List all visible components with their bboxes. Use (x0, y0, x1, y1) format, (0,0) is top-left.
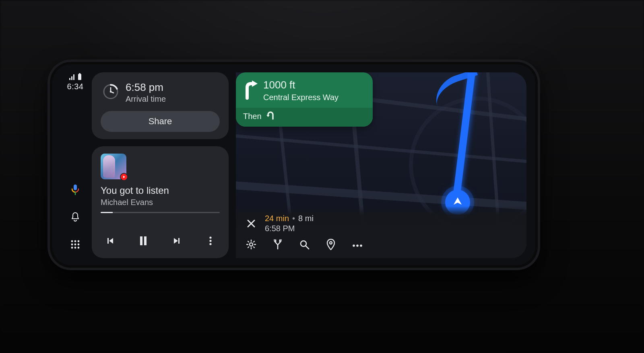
system-rail: 6:34 (61, 72, 89, 258)
trip-distance: 8 mi (298, 214, 314, 223)
svg-rect-18 (144, 236, 147, 245)
clock-progress-icon (102, 83, 119, 102)
svg-point-9 (78, 244, 80, 246)
svg-point-23 (301, 241, 306, 246)
svg-point-8 (74, 244, 76, 246)
svg-point-14 (110, 91, 111, 92)
share-button-label: Share (149, 116, 172, 127)
eta-card: 6:58 pm Arrival time Share (92, 72, 229, 139)
svg-point-25 (330, 242, 332, 244)
share-eta-button[interactable]: Share (101, 111, 220, 132)
map-action-row (242, 234, 521, 256)
turn-right-icon (242, 79, 259, 102)
svg-rect-1 (79, 73, 80, 74)
play-pause-button[interactable] (134, 232, 153, 251)
eta-time: 6:58 pm (126, 81, 166, 94)
turn-distance: 1000 ft (263, 79, 339, 91)
battery-icon (78, 73, 82, 80)
svg-point-13 (104, 85, 118, 99)
turn-instruction-card[interactable]: 1000 ft Central Express Way Then (236, 72, 373, 127)
turn-road-name: Central Express Way (263, 93, 339, 102)
notifications-button[interactable] (66, 208, 84, 226)
track-title: You got to listen (101, 185, 220, 196)
next-maneuver-row: Then (236, 108, 373, 127)
signal-icon (69, 74, 76, 80)
trip-separator: • (292, 214, 295, 223)
media-card: You got to listen Michael Evans (92, 146, 229, 258)
search-icon (299, 239, 310, 251)
map-overflow-button[interactable] (349, 237, 365, 253)
svg-point-10 (71, 247, 73, 249)
gear-icon (246, 239, 256, 251)
more-horiz-icon (352, 242, 363, 249)
svg-point-4 (71, 240, 73, 242)
bell-icon (70, 212, 80, 222)
svg-rect-17 (140, 236, 142, 245)
svg-rect-2 (74, 185, 77, 190)
trip-arrival-time: 6:58 PM (265, 224, 314, 233)
close-icon (247, 219, 256, 230)
grid-icon (71, 240, 80, 249)
svg-point-28 (360, 244, 362, 247)
eta-label: Arrival time (126, 94, 166, 104)
svg-point-7 (71, 244, 73, 246)
status-icons (69, 73, 82, 80)
svg-line-16 (111, 92, 114, 93)
svg-point-11 (74, 247, 76, 249)
svg-point-5 (74, 240, 76, 242)
status-time: 6:34 (67, 82, 84, 91)
more-vert-icon (209, 236, 212, 247)
alternate-routes-button[interactable] (270, 237, 286, 253)
search-button[interactable] (296, 237, 312, 253)
playback-progress-fill (101, 212, 113, 213)
track-artist: Michael Evans (101, 198, 220, 207)
routes-fork-icon (272, 239, 283, 251)
navigation-map[interactable]: 1000 ft Central Express Way Then (236, 72, 526, 258)
next-track-button[interactable] (168, 232, 186, 251)
infotainment-screen: 6:34 (52, 64, 535, 265)
svg-point-12 (78, 247, 80, 249)
svg-line-24 (306, 246, 309, 249)
uturn-left-icon (266, 111, 275, 122)
svg-point-27 (356, 244, 359, 247)
skip-previous-icon (105, 236, 115, 247)
media-source-badge-icon (120, 173, 128, 181)
svg-point-21 (209, 243, 211, 245)
svg-point-19 (209, 236, 211, 238)
pause-icon (138, 236, 148, 248)
svg-rect-0 (78, 74, 81, 80)
app-launcher-button[interactable] (66, 236, 84, 253)
media-overflow-button[interactable] (201, 232, 220, 251)
map-settings-button[interactable] (243, 237, 259, 253)
recenter-button[interactable] (323, 237, 339, 253)
then-label: Then (243, 112, 262, 121)
svg-point-26 (353, 244, 355, 247)
voice-assistant-button[interactable] (66, 181, 84, 199)
previous-track-button[interactable] (101, 232, 119, 251)
svg-point-22 (250, 243, 253, 246)
widget-column: 6:58 pm Arrival time Share You got to li… (92, 72, 229, 258)
location-pin-icon (326, 239, 335, 252)
svg-point-6 (78, 240, 80, 242)
playback-progress[interactable] (101, 212, 220, 213)
microphone-icon (71, 184, 80, 195)
svg-point-20 (209, 240, 211, 242)
close-navigation-button[interactable] (243, 216, 259, 232)
trip-status-bar: 24 min • 8 mi 6:58 PM (236, 206, 526, 258)
trip-duration: 24 min (265, 214, 289, 223)
media-controls (101, 225, 220, 251)
skip-next-icon (172, 236, 182, 247)
